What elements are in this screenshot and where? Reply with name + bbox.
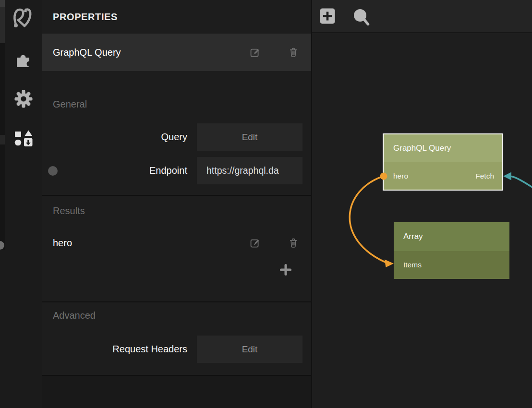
endpoint-row: Endpoint https://graphql.da [42, 157, 311, 184]
node-graphql-query-ports: hero Fetch [384, 162, 502, 190]
add-result-button[interactable] [279, 264, 292, 276]
sidebar [5, 0, 42, 408]
query-label: Query [42, 132, 187, 143]
delete-result-button[interactable] [287, 237, 300, 249]
app-window: PROPERTIES GraphQL Query Gener [0, 0, 532, 408]
edge-segment [0, 250, 5, 408]
request-headers-edit-button[interactable]: Edit [197, 336, 302, 363]
delete-node-button[interactable] [287, 46, 300, 59]
port-fetch-input[interactable]: Fetch [475, 172, 494, 180]
rename-node-button[interactable] [249, 46, 261, 59]
port-hero-output[interactable]: hero [393, 172, 408, 180]
result-name: hero [53, 238, 249, 249]
result-row-hero[interactable]: hero [42, 230, 311, 256]
panel-title: PROPERTIES [42, 0, 311, 34]
endpoint-input[interactable]: https://graphql.da [197, 157, 302, 184]
panel-footer [42, 376, 311, 408]
add-node-button[interactable] [320, 8, 335, 26]
query-row: Query Edit [42, 123, 311, 151]
selected-node-row[interactable]: GraphQL Query [42, 34, 311, 71]
node-array-ports: Items [394, 251, 509, 279]
edge-segment [0, 135, 5, 144]
request-headers-row: Request Headers Edit [42, 336, 311, 363]
nodes-tab-icon[interactable] [11, 4, 36, 31]
plugins-tab-icon[interactable] [14, 50, 33, 71]
port-items-input[interactable]: Items [403, 261, 422, 269]
section-results: Results hero [42, 196, 311, 301]
settings-tab-icon[interactable] [14, 90, 33, 110]
selected-node-title: GraphQL Query [53, 47, 249, 58]
node-graphql-query[interactable]: GraphQL Query hero Fetch [383, 133, 503, 191]
request-headers-label: Request Headers [42, 344, 187, 355]
window-edge-strip [0, 0, 5, 408]
section-advanced: Advanced Request Headers Edit [42, 302, 311, 375]
query-edit-button[interactable]: Edit [197, 123, 302, 151]
components-tab-icon[interactable] [14, 129, 33, 151]
properties-panel: PROPERTIES GraphQL Query Gener [42, 0, 311, 408]
edit-result-button[interactable] [249, 237, 261, 249]
node-graphql-query-title: GraphQL Query [384, 134, 502, 162]
node-array-title: Array [394, 222, 509, 251]
connection-wires [312, 0, 532, 408]
connection-offscreen-to-fetch [503, 172, 532, 188]
endpoint-connection-dot[interactable] [48, 166, 58, 176]
node-array[interactable]: Array Items [394, 222, 509, 279]
section-results-label: Results [53, 204, 311, 217]
search-icon[interactable] [353, 8, 371, 29]
edge-segment [0, 0, 5, 7]
canvas-toolbar [312, 0, 532, 33]
section-advanced-label: Advanced [53, 309, 311, 322]
node-canvas[interactable]: GraphQL Query hero Fetch Array Items [311, 0, 532, 408]
add-result-row [42, 264, 311, 276]
panel-collapse-handle[interactable] [0, 241, 4, 250]
section-general-label: General [53, 98, 311, 111]
edge-segment [0, 7, 5, 43]
section-general: General Query Edit Endpoint https://grap… [42, 71, 311, 195]
endpoint-label: Endpoint [42, 165, 187, 176]
